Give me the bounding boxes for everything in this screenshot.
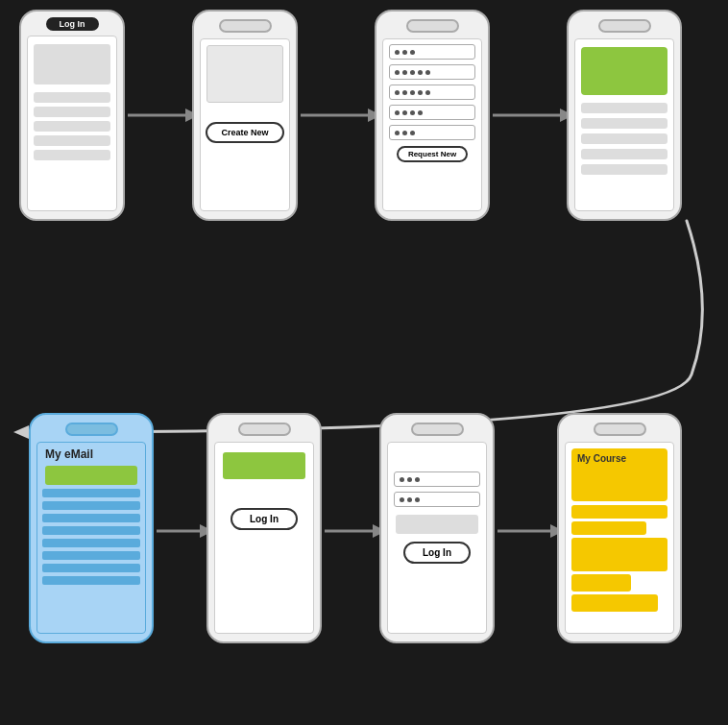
yellow-block	[571, 521, 646, 535]
yellow-block	[571, 538, 667, 571]
green-bar	[45, 466, 137, 485]
dot	[402, 131, 407, 135]
phone-notch	[598, 19, 651, 33]
dot	[402, 110, 407, 115]
yellow-block	[571, 574, 631, 592]
image-placeholder	[34, 44, 110, 85]
dot	[410, 131, 415, 135]
dot	[402, 70, 407, 75]
phone-t3-screen: Request New	[382, 38, 482, 211]
dot	[415, 497, 420, 502]
blue-stripe	[42, 489, 140, 497]
blue-stripe	[42, 514, 140, 522]
phone-b1-screen: My eMail	[36, 442, 146, 634]
phone-t2-screen: Create New	[200, 38, 290, 211]
phone-notch	[406, 19, 459, 33]
blue-stripe	[42, 551, 140, 560]
svg-marker-6	[13, 425, 29, 439]
text-line	[581, 149, 667, 159]
blue-stripe	[42, 539, 140, 547]
dot	[407, 477, 412, 482]
phone-b3-screen: Log In	[387, 442, 487, 634]
create-new-button[interactable]: Create New	[206, 122, 283, 143]
request-new-button[interactable]: Request New	[397, 146, 468, 162]
login-button-top[interactable]: Log In	[46, 17, 99, 31]
dot	[418, 70, 423, 75]
dot	[395, 131, 400, 135]
phone-notch	[594, 423, 646, 436]
phone-notch	[411, 423, 464, 436]
phone-b4-screen: My Course	[565, 442, 674, 634]
blue-stripe	[42, 564, 140, 572]
text-line	[34, 150, 110, 160]
login-button-b2[interactable]: Log In	[231, 508, 298, 530]
dot	[395, 70, 400, 75]
phone-notch	[65, 423, 118, 436]
form-field-b3-1[interactable]	[394, 471, 480, 487]
my-course-label: My Course	[571, 448, 667, 469]
form-field-b3-2[interactable]	[394, 492, 480, 507]
dot	[395, 50, 400, 55]
dot	[415, 477, 420, 482]
spacer	[388, 443, 486, 467]
phone-t4-screen	[574, 38, 674, 211]
dot	[400, 477, 404, 482]
text-line	[581, 118, 667, 129]
form-field-3[interactable]	[389, 85, 475, 100]
dot	[410, 90, 415, 95]
phone-bottom-1: My eMail	[29, 413, 154, 643]
form-field-2[interactable]	[389, 64, 475, 80]
my-email-label: My eMail	[37, 443, 145, 463]
dot	[410, 110, 415, 115]
login-button-b3[interactable]: Log In	[403, 542, 471, 564]
phone-bottom-3: Log In	[379, 413, 495, 643]
yellow-block	[571, 505, 667, 519]
phone-notch	[219, 19, 272, 33]
dot	[418, 90, 423, 95]
phone-b2-screen: Log In	[214, 442, 314, 634]
text-line	[581, 103, 667, 113]
phone-t1-screen	[27, 36, 117, 211]
image-box	[206, 45, 283, 103]
text-line	[581, 164, 667, 175]
phone-top-4	[567, 10, 682, 221]
dot	[410, 50, 415, 55]
dot	[425, 90, 430, 95]
dot	[425, 70, 430, 75]
text-line	[34, 121, 110, 132]
form-field-1[interactable]	[389, 44, 475, 60]
dot	[418, 110, 423, 115]
blue-stripe	[42, 501, 140, 510]
phone-top-2: Create New	[192, 10, 298, 221]
phone-top-3: Request New	[375, 10, 490, 221]
dot	[402, 50, 407, 55]
phone-notch	[238, 423, 291, 436]
yellow-block	[571, 594, 658, 612]
yellow-header-card: My Course	[571, 448, 667, 501]
dot	[402, 90, 407, 95]
dot	[395, 90, 400, 95]
dot	[395, 110, 400, 115]
dot	[410, 70, 415, 75]
text-line	[34, 107, 110, 117]
text-line	[581, 133, 667, 144]
phone-top-1: Log In	[19, 10, 125, 221]
text-line	[34, 135, 110, 146]
phone-bottom-2: Log In	[206, 413, 322, 643]
green-bar	[223, 452, 305, 479]
blue-stripe	[42, 576, 140, 585]
gray-bar	[396, 515, 478, 534]
dot	[400, 497, 404, 502]
text-line	[34, 92, 110, 103]
flow-diagram: Log In Create New	[0, 0, 728, 725]
form-field-5[interactable]	[389, 125, 475, 140]
dot	[407, 497, 412, 502]
blue-stripe	[42, 526, 140, 535]
form-field-4[interactable]	[389, 105, 475, 120]
phone-bottom-4: My Course	[557, 413, 682, 643]
green-card	[581, 47, 667, 95]
